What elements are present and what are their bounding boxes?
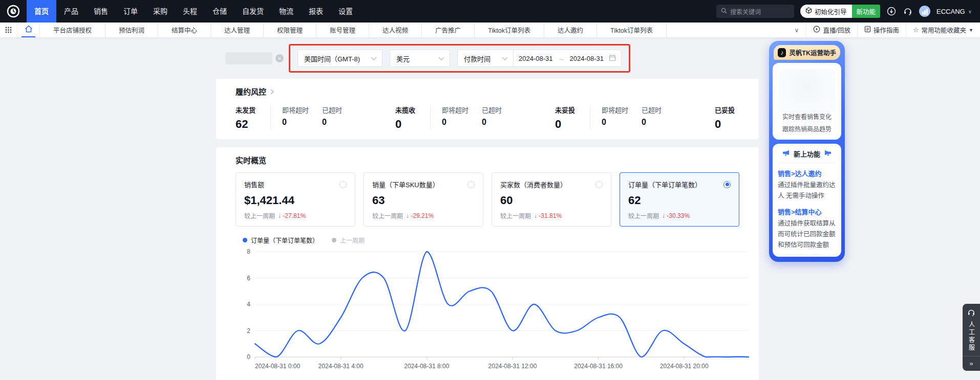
feature-link[interactable]: 销售>结算中心 [778,207,836,216]
date-range-picker[interactable]: 2024-08-31 → 2024-08-31 [514,50,622,67]
search-input[interactable]: 搜索关键词 [716,5,794,18]
date-filter-group: 付款时间 2024-08-31 → 2024-08-31 [457,50,622,67]
menu-item-8[interactable]: 自发货 [235,0,271,23]
feature-link[interactable]: 销售>达人邀约 [778,168,836,178]
subnav-tab-5[interactable]: 权限管理 [264,23,316,37]
date-type-select[interactable]: 付款时间 [457,50,514,67]
operation-guide-button[interactable]: 操作指南 [857,23,906,37]
play-circle-icon [813,26,820,34]
clear-store-icon[interactable]: × [275,54,284,62]
subnav-tab-4[interactable]: 达人管理 [211,23,264,37]
subnav-tab-8[interactable]: 广告推广 [422,23,475,37]
menu-item-4[interactable]: 订单 [116,0,145,23]
metric-radio[interactable] [339,181,347,188]
menu-item-5[interactable]: 采购 [145,0,175,23]
metric-label: 已妥投 [715,105,738,115]
tab-home[interactable] [17,23,40,37]
subnav-tab-6[interactable]: 账号管理 [316,23,369,37]
new-feature-badge[interactable]: 新功能 [852,5,881,18]
menu-item-7[interactable]: 仓储 [205,0,235,23]
init-guide-button[interactable]: 初始化引导 [800,5,852,18]
topbar-right: 搜索关键词 初始化引导 新功能 ECCANG ∨ [716,5,980,18]
tabs-overflow-chevron-icon[interactable]: ∨ [787,27,806,34]
stat-card-4[interactable]: 订单量（下单订单笔数）62较上一周期↓ -30.33% [620,172,739,227]
metric-group-3: 未妥投0即将超时0已超时0 [555,105,662,131]
star-icon: ☆ [913,26,919,34]
metric-value: 0 [395,118,419,131]
stat-card-2[interactable]: 销量（下单SKU数量）63较上一周期↓ -29.21% [364,172,483,227]
live-replay-button[interactable]: 直播/回放 [806,23,857,37]
metric-main: 未妥投0 [555,105,579,131]
stat-card-value: 62 [628,194,731,207]
metric-sub-2: 已超时0 [322,105,342,131]
stat-card-label: 买家数（消费者数量） [500,180,567,189]
subnav-tab-9[interactable]: Tiktok订单列表 [475,23,544,37]
menu-item-2[interactable]: 产品 [56,0,86,23]
subnav-tab-1[interactable]: 平台店铺授权 [40,23,105,37]
svg-text:4: 4 [247,301,250,308]
favorites-menu-button[interactable]: ☆ 常用功能收藏夹 ▼ [906,23,980,37]
apps-grid-icon[interactable] [0,23,17,37]
subnav-tab-3[interactable]: 结算中心 [158,23,211,37]
metric-value: 62 [236,118,259,131]
stat-card-3[interactable]: 买家数（消费者数量）60较上一周期↓ -31.81% [492,172,611,227]
menu-item-10[interactable]: 报表 [301,0,331,23]
feature-desc: 通过插件批量邀约达人 无需手动操作 [778,180,836,202]
metric-label: 即将超时 [602,105,628,115]
assistant-promo-card[interactable]: 实时查看销售变化 跟踪热销商品趋势 [773,63,841,140]
metric-radio[interactable] [723,181,731,188]
subnav-tab-7[interactable]: 达人视频 [369,23,422,37]
store-selector-redacted[interactable] [225,52,272,64]
metric-value: 0 [282,118,309,127]
metric-value: 0 [442,118,468,127]
svg-text:2024-08-31 12:00: 2024-08-31 12:00 [488,363,537,370]
update-download-icon[interactable] [886,6,897,16]
init-guide-group: 初始化引导 新功能 [800,5,880,18]
expand-icon[interactable]: » [969,356,973,371]
chevron-down-icon [438,55,444,60]
avatar[interactable] [919,6,930,17]
chevron-right-icon[interactable] [269,89,274,94]
svg-text:2024-08-31 16:00: 2024-08-31 16:00 [574,363,623,370]
feature-item-1: 销售>达人邀约通过插件批量邀约达人 无需手动操作 [778,168,836,202]
metric-label: 即将超时 [442,105,468,115]
metric-subs: 即将超时0已超时0 [282,105,342,131]
menu-item-11[interactable]: 设置 [331,0,360,23]
menu-item-3[interactable]: 销售 [86,0,116,23]
metric-value: 0 [322,118,342,127]
metric-value: 0 [642,118,662,127]
subnav-tab-11[interactable]: Tiktok订单列表 [597,23,667,37]
metric-label: 已超时 [642,105,662,115]
orders-line-chart[interactable]: 024682024-08-31 0:002024-08-31 4:002024-… [236,247,739,376]
stat-card-top: 买家数（消费者数量） [500,180,603,189]
change-down: ↓ -27.81% [278,212,306,219]
metric-main: 已妥投0 [715,105,738,131]
subnav-tab-10[interactable]: 达人邀约 [544,23,597,37]
menu-item-9[interactable]: 物流 [271,0,301,23]
stat-card-1[interactable]: 销售额$1,421.44较上一周期↓ -27.81% [236,172,355,227]
metric-main: 未揽收0 [395,105,419,131]
menu-item-1[interactable]: 首页 [27,0,56,23]
subnav-tab-2[interactable]: 预估利润 [105,23,158,37]
headset-icon[interactable] [903,6,913,16]
account-menu[interactable]: ECCANG ∨ [936,8,972,15]
metric-radio[interactable] [467,181,475,188]
tiktok-icon: ♪ [778,48,786,57]
metric-radio[interactable] [595,181,603,188]
date-end: 2024-08-31 [570,55,604,62]
compare-label: 较上一周期 [372,211,403,220]
menu-item-6[interactable]: 头程 [175,0,205,23]
change-down: ↓ -30.33% [662,212,690,219]
assistant-badge[interactable]: ♪ 灵帆TK运营助手 [774,45,840,60]
legend-item-previous-period[interactable]: 上一周期 [332,236,365,244]
legend-item-orders[interactable]: 订单量（下单订单笔数） [243,236,318,244]
new-features-header: 新上功能 [778,149,836,163]
customer-service-tab[interactable]: 人工客服 » [963,304,980,371]
timezone-select[interactable]: 美国时间（GMT-8) [297,50,382,67]
stat-card-compare: 较上一周期↓ -27.81% [244,211,347,220]
app-logo-icon[interactable] [0,5,27,18]
account-name: ECCANG [936,8,965,15]
search-placeholder: 搜索关键词 [730,7,761,16]
legend-dot [243,238,247,242]
currency-select[interactable]: 美元 [390,50,450,67]
